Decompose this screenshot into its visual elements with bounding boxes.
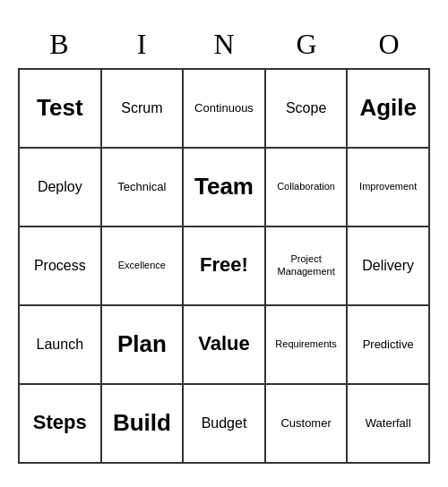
header-letter-b: B (18, 24, 100, 64)
bingo-header: BINGO (18, 24, 430, 64)
bingo-cell-r1-c0: Deploy (20, 149, 102, 227)
bingo-cell-r2-c4: Delivery (348, 227, 430, 306)
bingo-cell-r3-c1: Plan (102, 306, 185, 385)
cell-text-r1-c1: Technical (117, 180, 166, 194)
bingo-cell-r0-c2: Continuous (184, 70, 266, 149)
bingo-cell-r3-c3: Requirements (266, 306, 349, 385)
bingo-cell-r1-c1: Technical (102, 149, 185, 227)
bingo-cell-r4-c2: Budget (184, 385, 266, 464)
header-letter-i: I (100, 24, 183, 64)
cell-text-r2-c2: Free! (200, 253, 248, 277)
cell-text-r2-c3: Project Management (270, 253, 343, 277)
bingo-card: BINGO TestScrumContinuousScopeAgileDeplo… (9, 15, 439, 473)
bingo-cell-r0-c1: Scrum (102, 70, 185, 149)
bingo-cell-r0-c3: Scope (266, 70, 349, 149)
cell-text-r4-c2: Budget (202, 414, 247, 431)
cell-text-r1-c4: Improvement (359, 181, 417, 192)
cell-text-r4-c3: Customer (280, 416, 331, 431)
bingo-cell-r0-c4: Agile (348, 70, 430, 149)
cell-text-r3-c1: Plan (117, 330, 167, 358)
bingo-cell-r1-c2: Team (184, 149, 266, 227)
header-letter-o: O (348, 24, 430, 64)
cell-text-r4-c0: Steps (33, 411, 87, 434)
cell-text-r0-c3: Scope (286, 99, 326, 116)
bingo-cell-r4-c3: Customer (266, 385, 349, 464)
cell-text-r3-c4: Predictive (363, 337, 414, 352)
bingo-cell-r3-c0: Launch (20, 306, 102, 385)
bingo-cell-r4-c0: Steps (20, 385, 102, 464)
bingo-cell-r4-c4: Waterfall (348, 385, 430, 464)
cell-text-r0-c0: Test (37, 94, 83, 122)
cell-text-r4-c1: Build (113, 409, 171, 437)
bingo-cell-r2-c3: Project Management (266, 227, 349, 306)
bingo-cell-r2-c1: Excellence (102, 227, 185, 306)
cell-text-r0-c2: Continuous (194, 101, 254, 115)
cell-text-r2-c1: Excellence (118, 260, 166, 271)
cell-text-r1-c3: Collaboration (277, 181, 335, 192)
header-letter-n: N (183, 24, 265, 64)
cell-text-r1-c2: Team (194, 173, 254, 201)
bingo-grid: TestScrumContinuousScopeAgileDeployTechn… (18, 68, 430, 464)
cell-text-r2-c0: Process (34, 257, 86, 274)
cell-text-r3-c0: Launch (37, 336, 84, 353)
bingo-cell-r4-c1: Build (102, 385, 185, 464)
header-letter-g: G (265, 24, 348, 64)
bingo-cell-r1-c3: Collaboration (266, 149, 349, 227)
bingo-cell-r3-c2: Value (184, 306, 266, 385)
cell-text-r3-c2: Value (198, 332, 249, 355)
cell-text-r2-c4: Delivery (362, 257, 414, 274)
cell-text-r3-c3: Requirements (275, 338, 336, 350)
bingo-cell-r3-c4: Predictive (348, 306, 430, 385)
cell-text-r0-c1: Scrum (121, 99, 162, 116)
bingo-cell-r2-c0: Process (20, 227, 102, 306)
bingo-cell-r0-c0: Test (20, 70, 102, 149)
cell-text-r1-c0: Deploy (38, 178, 82, 195)
cell-text-r0-c4: Agile (359, 94, 417, 122)
bingo-cell-r2-c2: Free! (184, 227, 266, 306)
bingo-cell-r1-c4: Improvement (348, 149, 430, 227)
cell-text-r4-c4: Waterfall (366, 416, 411, 431)
